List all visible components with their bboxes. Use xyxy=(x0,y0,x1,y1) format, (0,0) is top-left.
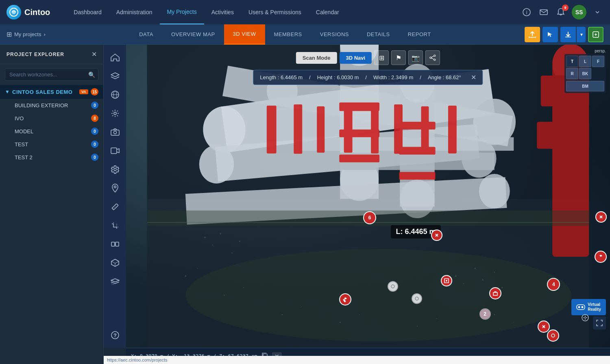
marker-6[interactable]: 6 xyxy=(363,211,376,224)
marker-bottom-mid-2[interactable] xyxy=(547,329,559,342)
svg-point-68 xyxy=(501,287,503,288)
breadcrumb[interactable]: ⊞ My projects › xyxy=(7,30,46,38)
workzone-test[interactable]: TEST 0 xyxy=(0,138,103,151)
svg-point-98 xyxy=(551,334,555,337)
cam-bm-button[interactable]: BM xyxy=(566,81,604,91)
svg-rect-49 xyxy=(339,130,379,137)
ruler-icon[interactable] xyxy=(107,198,124,215)
marker-scan[interactable] xyxy=(441,275,452,286)
svg-rect-51 xyxy=(399,122,435,130)
marker-white-2[interactable] xyxy=(412,293,422,304)
workzone-badge: 0 xyxy=(91,141,98,148)
tab-versions[interactable]: VERSIONS xyxy=(311,24,358,45)
share-icon[interactable] xyxy=(425,50,440,65)
3d-viewport[interactable]: Scan Mode 3D Navi ⊞ ⚑ 📷 Length : 6.4465 … xyxy=(126,45,610,348)
help-icon[interactable]: ? xyxy=(107,327,124,344)
nav-users-permissions[interactable]: Users & Permissions xyxy=(241,0,309,24)
cam-top-button[interactable]: T xyxy=(566,56,578,67)
search-input[interactable] xyxy=(5,68,98,81)
measurement-separator3: / xyxy=(420,74,421,80)
viewport-background: Scan Mode 3D Navi ⊞ ⚑ 📷 Length : 6.4465 … xyxy=(126,45,610,348)
marker-2[interactable]: 2 xyxy=(479,308,491,320)
workzone-ivo[interactable]: IVO 8 xyxy=(0,112,103,125)
tooltip-close-button[interactable]: ✕ xyxy=(471,74,476,81)
tab-details[interactable]: DETAILS xyxy=(358,24,399,45)
project-item[interactable]: ▼ CINTOO SALES DEMO VA 15 xyxy=(0,85,103,99)
svg-point-75 xyxy=(340,322,341,323)
svg-point-61 xyxy=(231,252,233,254)
workzone-model[interactable]: MODEL 0 xyxy=(0,125,103,138)
workzone-name: IVO xyxy=(15,115,91,121)
download-dropdown-button[interactable]: ▾ xyxy=(577,27,586,42)
cam-left-button[interactable]: L xyxy=(579,56,591,67)
crop-icon[interactable] xyxy=(107,217,124,234)
search-box: 🔍 xyxy=(5,68,98,81)
cam-front-button[interactable]: F xyxy=(592,56,604,67)
search-icon[interactable]: 🔍 xyxy=(88,72,95,78)
sidebar-close-button[interactable]: ✕ xyxy=(92,50,97,58)
scan-icon[interactable] xyxy=(107,236,124,253)
select-tool-button[interactable] xyxy=(542,27,558,42)
marker-4[interactable]: 4 xyxy=(547,278,560,291)
nav-administration[interactable]: Administration xyxy=(109,0,160,24)
svg-point-12 xyxy=(114,168,116,171)
tab-report[interactable]: REPORT xyxy=(399,24,440,45)
notification-icon[interactable]: 9 xyxy=(555,6,567,18)
marker-bottom-right[interactable] xyxy=(595,251,607,263)
home-icon[interactable] xyxy=(107,49,124,66)
scan-cursor-icon[interactable] xyxy=(581,313,590,324)
nav-my-projects[interactable]: My Projects xyxy=(160,0,204,24)
camera-icon[interactable] xyxy=(107,124,124,141)
marker-white-1[interactable] xyxy=(388,281,398,292)
location-icon[interactable] xyxy=(107,180,124,197)
svg-point-79 xyxy=(494,314,495,315)
svg-rect-15 xyxy=(111,242,115,246)
tab-3d-view[interactable]: 3D VIEW xyxy=(224,24,265,45)
video-icon[interactable] xyxy=(107,142,124,159)
nav-dashboard[interactable]: Dashboard xyxy=(66,0,109,24)
vr-button[interactable]: VirtualReality xyxy=(571,299,606,315)
tab-data[interactable]: DATA xyxy=(130,24,162,45)
sidebar-title: PROJECT EXPLORER xyxy=(7,52,64,57)
fullscreen-button[interactable] xyxy=(593,316,606,329)
flag-icon[interactable]: ⚑ xyxy=(391,50,406,65)
grid-view-icon[interactable]: ⊞ xyxy=(374,50,389,65)
settings-icon[interactable] xyxy=(107,105,124,122)
gear2-icon[interactable] xyxy=(107,161,124,178)
user-dropdown-icon[interactable] xyxy=(591,6,603,18)
nav-activities[interactable]: Activities xyxy=(204,0,241,24)
camera-snapshot-icon[interactable]: 📷 xyxy=(408,50,423,65)
navi-3d-button[interactable]: 3D Navi xyxy=(339,52,372,64)
workzone-test2[interactable]: TEST 2 0 xyxy=(0,151,103,164)
logo-area[interactable]: Cintoo xyxy=(7,5,50,20)
export-button[interactable] xyxy=(588,27,603,42)
marker-bottom-mid-1[interactable] xyxy=(538,321,550,333)
workzone-building-exterior[interactable]: BUILDING EXTERIOR 0 xyxy=(0,99,103,112)
cam-bk-button[interactable]: BK xyxy=(579,68,591,79)
nav-calendar[interactable]: Calendar xyxy=(309,0,346,24)
mail-icon[interactable] xyxy=(538,6,550,18)
marker-scan-2[interactable] xyxy=(489,287,501,299)
svg-rect-16 xyxy=(115,242,119,246)
svg-point-20 xyxy=(186,249,572,342)
upload-button[interactable] xyxy=(525,27,540,42)
browser-status-bar: https://aec.cintoo.com/projects xyxy=(104,356,610,364)
cam-right-button[interactable]: R xyxy=(566,68,578,79)
svg-point-25 xyxy=(199,145,234,184)
info-icon[interactable]: i xyxy=(521,6,533,18)
marker-red-hammer[interactable] xyxy=(339,293,351,306)
box-icon[interactable] xyxy=(107,254,124,271)
scan-mode-button[interactable]: Scan Mode xyxy=(296,52,337,64)
svg-rect-44 xyxy=(371,106,379,154)
svg-point-70 xyxy=(197,268,198,269)
tab-overview-map[interactable]: OVERVIEW MAP xyxy=(162,24,224,45)
tab-members[interactable]: MEMBERS xyxy=(265,24,311,45)
marker-right-1[interactable] xyxy=(595,211,607,223)
layers-icon[interactable] xyxy=(107,67,124,84)
globe-icon[interactable] xyxy=(107,86,124,103)
marker-red-1[interactable] xyxy=(431,230,442,241)
download-main-button[interactable] xyxy=(560,27,576,42)
layers2-icon[interactable] xyxy=(107,273,124,290)
svg-rect-52 xyxy=(399,147,435,155)
user-avatar[interactable]: SS xyxy=(572,5,586,20)
